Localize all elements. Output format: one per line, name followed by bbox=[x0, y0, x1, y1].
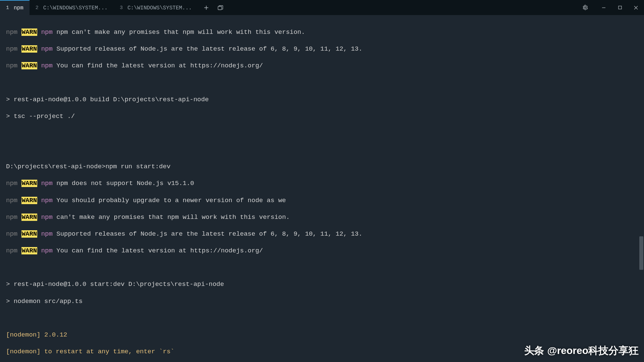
watermark-text: @reoreo科技分享狂 bbox=[547, 344, 639, 357]
scrollbar-thumb[interactable] bbox=[639, 236, 643, 270]
new-tab-button[interactable] bbox=[201, 2, 212, 13]
terminal-output[interactable]: npm WARN npm npm can't make any promises… bbox=[0, 15, 644, 362]
tab-number: 2 bbox=[36, 5, 39, 11]
warn-line: npm WARN npm npm does not support Node.j… bbox=[6, 179, 638, 188]
plus-icon bbox=[204, 5, 209, 10]
warn-line: npm WARN npm can't make any promises tha… bbox=[6, 213, 638, 222]
warn-line: npm WARN npm npm can't make any promises… bbox=[6, 28, 638, 37]
minimize-icon bbox=[602, 6, 606, 10]
warn-line: npm WARN npm You can find the latest ver… bbox=[6, 247, 638, 255]
tab-dropdown-button[interactable] bbox=[215, 2, 226, 13]
warn-line: npm WARN npm Supported releases of Node.… bbox=[6, 45, 638, 53]
nodemon-line: [nodemon] 2.0.12 bbox=[6, 331, 638, 339]
watermark-logo: 头条 bbox=[524, 344, 544, 357]
windows-icon bbox=[218, 5, 223, 10]
warn-line: npm WARN npm Supported releases of Node.… bbox=[6, 230, 638, 238]
prompt-line: D:\projects\rest-api-node>npm run start:… bbox=[6, 163, 638, 171]
tab-strip: 1 npm 2 C:\WINDOWS\SYSTEM... 3 C:\WINDOW… bbox=[0, 0, 229, 15]
script-line: > rest-api-node@1.0.0 start:dev D:\proje… bbox=[6, 280, 638, 289]
title-bar: 1 npm 2 C:\WINDOWS\SYSTEM... 3 C:\WINDOW… bbox=[0, 0, 644, 15]
tab-1[interactable]: 1 npm bbox=[0, 0, 30, 15]
window-controls bbox=[577, 0, 644, 15]
script-line: > nodemon src/app.ts bbox=[6, 297, 638, 306]
maximize-icon bbox=[618, 6, 622, 9]
script-line: > rest-api-node@1.0.0 build D:\projects\… bbox=[6, 96, 638, 104]
minimize-button[interactable] bbox=[596, 0, 612, 15]
tab-3[interactable]: 3 C:\WINDOWS\SYSTEM... bbox=[114, 0, 198, 15]
tab-title: npm bbox=[14, 5, 23, 11]
tab-2[interactable]: 2 C:\WINDOWS\SYSTEM... bbox=[30, 0, 114, 15]
maximize-button[interactable] bbox=[612, 0, 628, 15]
svg-rect-0 bbox=[218, 6, 222, 10]
warn-line: npm WARN npm You can find the latest ver… bbox=[6, 62, 638, 70]
tab-actions bbox=[198, 0, 229, 15]
tab-number: 1 bbox=[6, 5, 9, 11]
script-line: > tsc --project ./ bbox=[6, 112, 638, 121]
warn-line: npm WARN npm You should probably upgrade… bbox=[6, 196, 638, 205]
tab-title: C:\WINDOWS\SYSTEM... bbox=[43, 5, 108, 11]
close-icon bbox=[634, 6, 638, 10]
settings-button[interactable] bbox=[577, 0, 593, 15]
close-button[interactable] bbox=[628, 0, 644, 15]
tab-number: 3 bbox=[120, 5, 123, 11]
gear-icon bbox=[582, 5, 588, 10]
tab-title: C:\WINDOWS\SYSTEM... bbox=[127, 5, 192, 11]
svg-rect-1 bbox=[619, 6, 622, 9]
watermark: 头条 @reoreo科技分享狂 bbox=[524, 344, 639, 357]
